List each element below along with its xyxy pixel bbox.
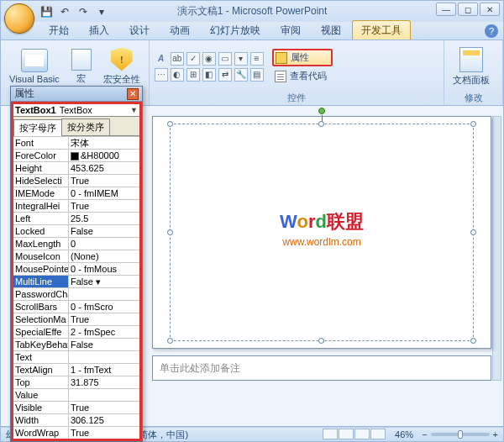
titlebar: 💾 ↶ ↷ ▾ 演示文稿1 - Microsoft PowerPoint — ◻… <box>0 0 504 22</box>
property-sort-tabs: 按字母序 按分类序 <box>13 117 139 136</box>
properties-panel[interactable]: 属性 ✕ TextBox1 TextBox ▼ 按字母序 按分类序 Font宋体… <box>10 86 143 442</box>
property-row[interactable]: MousePointe0 - fmMous <box>13 262 139 275</box>
quick-access-toolbar: 💾 ↶ ↷ ▾ <box>39 5 108 18</box>
resize-handle[interactable] <box>167 338 173 344</box>
zoom-percent[interactable]: 46% <box>395 429 413 439</box>
property-row[interactable]: MultiLineFalse ▾ <box>13 275 139 287</box>
property-row[interactable]: PasswordCha <box>13 287 139 300</box>
help-icon[interactable]: ? <box>485 24 498 38</box>
tab-1[interactable]: 插入 <box>80 20 118 39</box>
resize-handle[interactable] <box>167 121 173 127</box>
resize-handle[interactable] <box>470 121 476 127</box>
property-row[interactable]: ForeColor&H80000 <box>13 149 139 161</box>
visual-basic-icon <box>21 49 48 72</box>
property-row[interactable]: Left25.5 <box>13 212 139 224</box>
rotate-handle[interactable] <box>318 108 325 114</box>
macros-label: 宏 <box>76 72 86 85</box>
property-grid[interactable]: Font宋体ForeColor&H80000Height453.625HideS… <box>13 136 139 439</box>
view-code-label: 查看代码 <box>290 70 327 82</box>
property-row[interactable]: Width306.125 <box>13 413 139 426</box>
window-title: 演示文稿1 - Microsoft PowerPoint <box>177 4 328 18</box>
office-button[interactable] <box>4 3 34 34</box>
minimize-button[interactable]: — <box>436 3 456 16</box>
properties-title: 属性 <box>14 87 34 101</box>
ribbon-group-modify: 文档面板 修改 <box>444 40 503 105</box>
tab-3[interactable]: 动画 <box>160 20 199 39</box>
properties-button[interactable]: 属性 <box>272 49 333 66</box>
property-row[interactable]: MouseIcon(None) <box>13 250 139 262</box>
tab-7[interactable]: 开发工具 <box>352 20 411 39</box>
property-row[interactable]: Height453.625 <box>13 161 139 174</box>
property-row[interactable]: Value <box>13 388 139 401</box>
save-icon[interactable]: 💾 <box>39 5 53 18</box>
object-selector[interactable]: TextBox1 TextBox ▼ <box>13 104 139 117</box>
object-name: TextBox1 <box>15 105 56 115</box>
ribbon-tabs: 开始插入设计动画幻灯片放映审阅视图开发工具? <box>0 22 504 40</box>
document-panel-icon <box>459 47 483 72</box>
close-icon[interactable]: ✕ <box>127 88 139 100</box>
properties-icon <box>276 52 287 64</box>
visual-basic-button[interactable]: Visual Basic <box>6 47 63 86</box>
resize-handle[interactable] <box>470 338 476 344</box>
document-panel-button[interactable]: 文档面板 <box>449 45 493 88</box>
resize-handle[interactable] <box>470 229 476 235</box>
zoom-in-icon[interactable]: + <box>493 429 498 439</box>
macros-button[interactable]: 宏 <box>68 47 95 87</box>
property-row[interactable]: TabKeyBehavFalse <box>13 338 139 350</box>
slide-canvas[interactable]: Word联盟 www.wordlm.com <box>152 116 491 349</box>
property-row[interactable]: TextAlign1 - fmText <box>13 363 139 376</box>
zoom-slider[interactable]: − + <box>422 429 498 439</box>
object-type: TextBox <box>60 105 92 115</box>
property-row[interactable]: SelectionMaTrue <box>13 313 139 325</box>
properties-titlebar[interactable]: 属性 ✕ <box>11 87 142 102</box>
watermark: Word联盟 www.wordlm.com <box>280 209 364 248</box>
textbox-selection[interactable]: Word联盟 www.wordlm.com <box>170 124 474 341</box>
macros-icon <box>71 49 92 71</box>
property-row[interactable]: WordWrapTrue <box>13 426 139 439</box>
property-row[interactable]: VisibleTrue <box>13 401 139 413</box>
property-row[interactable]: ScrollBars0 - fmScro <box>13 300 139 313</box>
view-code-button[interactable]: 查看代码 <box>272 68 333 84</box>
tab-6[interactable]: 视图 <box>312 20 350 39</box>
tab-2[interactable]: 设计 <box>120 20 159 39</box>
macro-security-button[interactable]: ! 宏安全性 <box>100 46 144 87</box>
zoom-out-icon[interactable]: − <box>422 429 427 439</box>
code-icon <box>275 71 286 82</box>
tab-0[interactable]: 开始 <box>39 20 78 39</box>
qat-menu-icon[interactable]: ▾ <box>95 5 108 18</box>
close-button[interactable]: ✕ <box>480 3 500 16</box>
property-row[interactable]: Top31.875 <box>13 376 139 388</box>
notes-pane[interactable]: 单击此处添加备注 <box>152 355 491 381</box>
visual-basic-label: Visual Basic <box>9 74 60 84</box>
property-row[interactable]: SpecialEffe2 - fmSpec <box>13 325 139 338</box>
vertical-scrollbar[interactable] <box>492 116 501 381</box>
maximize-button[interactable]: ◻ <box>458 3 478 16</box>
window-buttons: — ◻ ✕ <box>436 3 500 16</box>
property-row[interactable]: Font宋体 <box>13 136 139 149</box>
property-row[interactable]: IMEMode0 - fmIMEM <box>13 187 139 199</box>
tab-4[interactable]: 幻灯片放映 <box>201 20 270 39</box>
undo-icon[interactable]: ↶ <box>58 5 71 18</box>
resize-handle[interactable] <box>167 229 173 235</box>
controls-gallery[interactable]: Aab✓◉▭▾≡ ⋯◐⊞◧⇄🔧▤ <box>155 52 264 82</box>
ribbon-group-controls: Aab✓◉▭▾≡ ⋯◐⊞◧⇄🔧▤ 属性 查看代码 控件 <box>150 40 444 105</box>
properties-label: 属性 <box>291 51 309 64</box>
tab-alphabetic[interactable]: 按字母序 <box>13 119 62 136</box>
tab-5[interactable]: 审阅 <box>271 20 310 39</box>
chevron-down-icon[interactable]: ▼ <box>130 106 138 114</box>
resize-handle[interactable] <box>318 121 324 127</box>
macro-security-label: 宏安全性 <box>103 73 140 86</box>
property-row[interactable]: MaxLength0 <box>13 237 139 250</box>
watermark-url: www.wordlm.com <box>280 236 364 248</box>
document-panel-label: 文档面板 <box>453 74 490 87</box>
property-row[interactable]: Text <box>13 350 139 363</box>
redo-icon[interactable]: ↷ <box>76 5 90 18</box>
property-row[interactable]: IntegralHeiTrue <box>13 199 139 212</box>
property-row[interactable]: LockedFalse <box>13 224 139 237</box>
view-buttons[interactable] <box>323 429 386 441</box>
shield-icon: ! <box>111 48 133 71</box>
tab-categorized[interactable]: 按分类序 <box>61 118 110 135</box>
resize-handle[interactable] <box>318 338 324 344</box>
property-row[interactable]: HideSelectiTrue <box>13 174 139 187</box>
group-label-modify: 修改 <box>449 90 497 105</box>
